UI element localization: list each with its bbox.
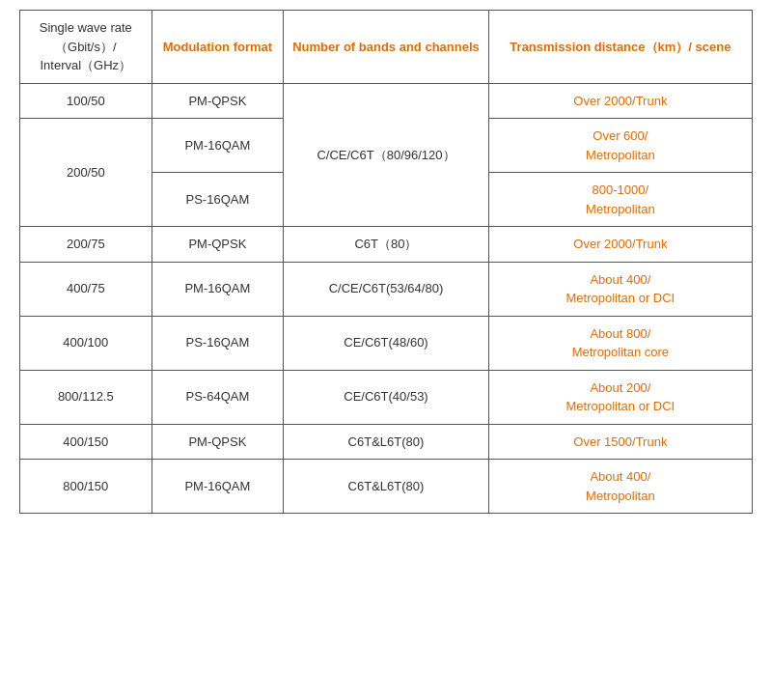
cell-transmission: About 800/Metropolitan core [488, 316, 752, 370]
cell-wave-rate: 200/50 [20, 119, 152, 227]
table-row: 400/150 PM-QPSK C6T&L6T(80) Over 1500/Tr… [20, 424, 753, 460]
cell-wave-rate: 200/75 [20, 227, 152, 263]
cell-transmission: Over 2000/Trunk [488, 227, 752, 263]
cell-wave-rate: 400/75 [20, 262, 152, 316]
header-wave-rate: Single wave rate（Gbit/s）/ Interval（GHz） [20, 11, 152, 84]
cell-transmission: About 200/Metropolitan or DCI [488, 370, 752, 424]
cell-wave-rate: 800/150 [20, 460, 152, 514]
cell-transmission: About 400/Metropolitan or DCI [488, 262, 752, 316]
cell-bands: C6T（80） [284, 227, 489, 263]
cell-modulation: PM-QPSK [152, 83, 284, 119]
table-row: 400/100 PS-16QAM CE/C6T(48/60) About 800… [20, 316, 753, 370]
table-row: 400/75 PM-16QAM C/CE/C6T(53/64/80) About… [20, 262, 753, 316]
cell-modulation: PS-16QAM [152, 173, 284, 227]
cell-transmission: Over 1500/Trunk [488, 424, 752, 460]
table-row: 100/50 PM-QPSK C/CE/C6T（80/96/120） Over … [20, 83, 753, 119]
table-row: 800/112.5 PS-64QAM CE/C6T(40/53) About 2… [20, 370, 753, 424]
cell-modulation: PM-16QAM [152, 262, 284, 316]
cell-modulation: PM-16QAM [152, 460, 284, 514]
cell-wave-rate: 400/150 [20, 424, 152, 460]
cell-wave-rate: 100/50 [20, 83, 152, 119]
cell-bands: CE/C6T(48/60) [284, 316, 489, 370]
cell-transmission: Over 600/Metropolitan [488, 119, 752, 173]
cell-bands: CE/C6T(40/53) [284, 370, 489, 424]
cell-bands: C/CE/C6T(53/64/80) [284, 262, 489, 316]
cell-modulation: PM-16QAM [152, 119, 284, 173]
table-row: 200/75 PM-QPSK C6T（80） Over 2000/Trunk [20, 227, 753, 263]
cell-bands: C6T&L6T(80) [284, 424, 489, 460]
spec-table: Single wave rate（Gbit/s）/ Interval（GHz） … [19, 10, 753, 514]
cell-transmission: 800-1000/Metropolitan [488, 173, 752, 227]
cell-wave-rate: 400/100 [20, 316, 152, 370]
cell-bands: C/CE/C6T（80/96/120） [284, 83, 489, 227]
cell-transmission: About 400/Metropolitan [488, 460, 752, 514]
header-bands: Number of bands and channels [284, 11, 489, 84]
cell-bands: C6T&L6T(80) [284, 460, 489, 514]
header-row: Single wave rate（Gbit/s）/ Interval（GHz） … [20, 11, 753, 84]
cell-modulation: PM-QPSK [152, 227, 284, 263]
table-container: Single wave rate（Gbit/s）/ Interval（GHz） … [19, 10, 753, 514]
header-modulation: Modulation format [152, 11, 284, 84]
table-row: 800/150 PM-16QAM C6T&L6T(80) About 400/M… [20, 460, 753, 514]
cell-modulation: PS-64QAM [152, 370, 284, 424]
header-transmission: Transmission distance（km）/ scene [488, 11, 752, 84]
cell-transmission: Over 2000/Trunk [488, 83, 752, 119]
cell-modulation: PM-QPSK [152, 424, 284, 460]
cell-modulation: PS-16QAM [152, 316, 284, 370]
cell-wave-rate: 800/112.5 [20, 370, 152, 424]
